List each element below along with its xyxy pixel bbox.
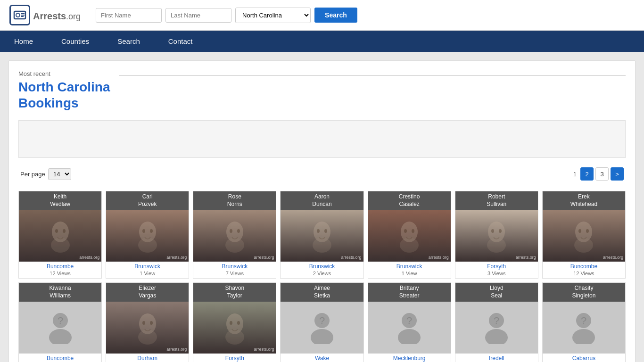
svg-point-6: [55, 229, 58, 233]
arrest-county[interactable]: Iredell: [455, 354, 538, 362]
svg-point-20: [313, 238, 331, 253]
svg-point-27: [499, 229, 502, 233]
watermark: arrests.org: [166, 347, 187, 352]
arrest-county[interactable]: Forsyth: [193, 354, 276, 362]
arrest-photo: arrests.org: [368, 210, 451, 262]
svg-point-31: [586, 229, 589, 233]
arrest-county[interactable]: Mecklenburg: [368, 354, 451, 362]
nav-home[interactable]: Home: [0, 31, 47, 52]
first-name-input[interactable]: [96, 8, 162, 23]
arrest-name: Chasity Singleton: [543, 283, 625, 301]
watermark: arrests.org: [254, 255, 274, 260]
svg-point-41: [230, 321, 232, 325]
svg-point-30: [578, 229, 581, 233]
arrest-card[interactable]: Rose Norris arrests.orgBrunswick7 Views: [193, 191, 276, 279]
svg-point-37: [142, 321, 145, 325]
arrest-county[interactable]: Buncombe: [543, 262, 625, 270]
arrest-county[interactable]: Brunswick: [368, 262, 451, 270]
arrest-photo: arrests.org: [193, 302, 276, 354]
last-name-input[interactable]: [165, 8, 231, 23]
watermark: arrests.org: [603, 255, 623, 260]
arrest-card[interactable]: Lloyd Seal ? Iredell: [455, 282, 538, 362]
arrest-card[interactable]: Brittany Streater ? Mecklenburg: [368, 282, 451, 362]
arrest-card[interactable]: Aimee Stetka ? Wake: [280, 282, 363, 362]
arrest-name: Kiwanna Williams: [19, 283, 101, 301]
svg-point-28: [487, 238, 506, 253]
arrest-card[interactable]: Keith Wedlaw arrests.orgBuncombe12 Views: [18, 191, 102, 279]
nav-search[interactable]: Search: [103, 31, 154, 52]
svg-point-1: [16, 13, 20, 17]
arrest-views: 3 Views: [455, 270, 538, 278]
header: Arrests.org North CarolinaAlabamaAlaskaA…: [0, 0, 644, 31]
svg-point-15: [237, 229, 240, 233]
arrest-card[interactable]: Shavon Taylor arrests.orgForsyth: [193, 282, 276, 362]
svg-point-22: [404, 229, 407, 233]
arrest-card[interactable]: Carl Pozvek arrests.orgBrunswick1 View: [106, 191, 189, 279]
svg-point-8: [51, 238, 70, 253]
arrest-views: 2 Views: [281, 270, 363, 278]
nav-counties[interactable]: Counties: [47, 31, 103, 52]
arrest-county[interactable]: Buncombe: [19, 354, 101, 362]
state-select[interactable]: North CarolinaAlabamaAlaskaArizonaArkans…: [235, 8, 311, 23]
watermark: arrests.org: [429, 255, 449, 260]
arrest-views: 12 Views: [543, 270, 625, 278]
arrest-county[interactable]: Brunswick: [193, 262, 276, 270]
arrest-card[interactable]: Kiwanna Williams ? Buncombe: [18, 282, 102, 362]
search-button[interactable]: Search: [314, 8, 357, 23]
arrest-county[interactable]: Durham: [106, 354, 189, 362]
watermark: arrests.org: [341, 255, 362, 260]
arrest-county[interactable]: Brunswick: [106, 262, 189, 270]
watermark: arrests.org: [516, 255, 536, 260]
arrest-views: 1 View: [368, 270, 451, 278]
arrest-photo: ?: [281, 302, 363, 354]
svg-text:?: ?: [406, 315, 412, 327]
arrest-name: Brittany Streater: [368, 283, 451, 301]
arrest-name: Lloyd Seal: [455, 283, 538, 301]
page-header: Most recent North Carolina Bookings: [18, 70, 626, 111]
nav-contact[interactable]: Contact: [154, 31, 207, 52]
watermark: arrests.org: [166, 255, 187, 260]
svg-text:?: ?: [57, 315, 63, 327]
svg-point-10: [142, 229, 145, 233]
arrest-photo: ?: [368, 302, 451, 354]
svg-point-39: [138, 329, 157, 345]
arrest-photo: arrests.org: [455, 210, 538, 262]
svg-point-45: [311, 329, 333, 344]
arrest-card[interactable]: Aaron Duncan arrests.orgBrunswick2 Views: [280, 191, 363, 279]
arrest-name: Robert Sullivan: [455, 191, 538, 210]
arrest-views: 12 Views: [19, 270, 101, 278]
arrest-photo: ?: [543, 302, 625, 354]
next-page-btn[interactable]: >: [611, 167, 624, 181]
arrest-card[interactable]: Chasity Singleton ? Cabarrus: [542, 282, 626, 362]
arrest-card[interactable]: Robert Sullivan arrests.orgForsyth3 View…: [455, 191, 538, 279]
per-page-label: Per page: [20, 171, 45, 178]
svg-point-24: [400, 238, 419, 253]
svg-point-19: [324, 229, 327, 233]
logo-icon: [9, 5, 30, 25]
page-3-btn[interactable]: 3: [595, 167, 609, 181]
arrest-name: Crestino Casalez: [368, 191, 451, 210]
svg-point-42: [237, 321, 240, 325]
arrest-card[interactable]: Eliezer Vargas arrests.orgDurham: [106, 282, 189, 362]
arrest-views: 7 Views: [193, 270, 276, 278]
arrest-photo: arrests.org: [281, 210, 363, 262]
arrest-photo: arrests.org: [193, 210, 276, 262]
arrest-card[interactable]: Crestino Casalez arrests.orgBrunswick1 V…: [368, 191, 451, 279]
svg-point-51: [485, 329, 508, 344]
arrest-county[interactable]: Cabarrus: [543, 354, 625, 362]
arrest-name: Aaron Duncan: [281, 191, 363, 210]
arrest-county[interactable]: Forsyth: [455, 262, 538, 270]
arrest-card[interactable]: Erek Whitehead arrests.orgBuncombe12 Vie…: [542, 191, 626, 279]
svg-point-26: [491, 229, 494, 233]
svg-point-54: [572, 329, 595, 344]
arrest-county[interactable]: Brunswick: [281, 262, 363, 270]
logo-name: Arrests: [33, 11, 66, 21]
arrest-photo: arrests.org: [106, 302, 189, 354]
arrest-county[interactable]: Buncombe: [19, 262, 101, 270]
per-page-select[interactable]: 7142128: [48, 168, 71, 180]
logo[interactable]: Arrests.org: [9, 5, 81, 25]
pagination: 1 2 3 >: [571, 167, 624, 181]
arrest-county[interactable]: Wake: [281, 354, 363, 362]
page-2-btn[interactable]: 2: [580, 167, 594, 181]
arrest-photo: arrests.org: [543, 210, 625, 262]
